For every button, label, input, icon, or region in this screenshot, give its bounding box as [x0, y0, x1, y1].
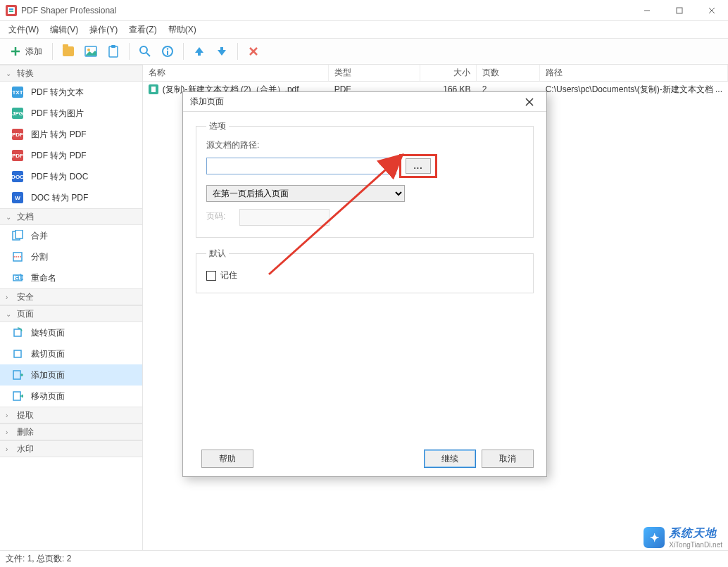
sidebar-item-split[interactable]: 分割: [0, 246, 142, 267]
merge-icon: [11, 229, 24, 242]
move-up-button[interactable]: [189, 42, 209, 61]
sidebar-group-watermark[interactable]: ›水印: [0, 440, 142, 457]
app-title: PDF Shaper Professional: [21, 6, 116, 15]
source-path-input[interactable]: [206, 158, 396, 174]
move-page-icon: [11, 390, 24, 402]
sidebar-group-security[interactable]: ›安全: [0, 288, 142, 305]
sidebar-group-label: 水印: [17, 443, 34, 455]
add-folder-button[interactable]: [58, 42, 78, 61]
continue-button-label: 继续: [441, 453, 458, 465]
chevron-down-icon: ⌄: [6, 70, 14, 77]
dialog-close-button[interactable]: [515, 92, 544, 112]
annotation-highlight: ...: [399, 154, 437, 178]
column-type[interactable]: 类型: [329, 65, 420, 81]
column-pages[interactable]: 页数: [477, 65, 540, 81]
add-button[interactable]: 添加: [6, 42, 46, 61]
sidebar-item-label: PDF 转为文本: [31, 87, 84, 98]
delete-icon: [248, 46, 259, 57]
sidebar-item-move-pages[interactable]: 移动页面: [0, 386, 142, 407]
sidebar-item-label: 分割: [31, 251, 48, 263]
sidebar-item-label: PDF 转为 PDF: [31, 150, 87, 162]
maximize-button[interactable]: [663, 0, 696, 21]
insert-mode-select[interactable]: 在第一页后插入页面: [206, 185, 405, 202]
sidebar-group-pages[interactable]: ⌄页面: [0, 305, 142, 322]
move-down-button[interactable]: [212, 42, 232, 61]
add-pages-dialog: 添加页面 选项 源文档的路径: ... 在第一页后插入页面 页码:: [182, 91, 547, 477]
sidebar-group-convert[interactable]: ⌄转换: [0, 65, 142, 82]
svg-rect-29: [13, 371, 20, 379]
sidebar-item-pdf-to-pdf[interactable]: PDFPDF 转为 PDF: [0, 145, 142, 166]
crop-icon: [11, 348, 24, 360]
search-button[interactable]: [135, 42, 155, 61]
file-path: C:\Users\pc\Documents\(复制)-新建文本文档 ...: [540, 84, 728, 96]
pdf-icon: PDF: [11, 149, 24, 162]
status-bar: 文件: 1, 总页数: 2: [0, 550, 728, 567]
sidebar-item-pdf-to-doc[interactable]: DOCPDF 转为 DOC: [0, 166, 142, 187]
close-button[interactable]: [696, 0, 728, 21]
sidebar-item-pdf-to-text[interactable]: TXTPDF 转为文本: [0, 82, 142, 103]
plus-icon: [10, 46, 21, 57]
minimize-button[interactable]: [631, 0, 663, 21]
file-list-header: 名称 类型 大小 页数 路径: [143, 65, 728, 82]
column-name[interactable]: 名称: [143, 65, 329, 81]
page-number-input: [239, 209, 330, 226]
sidebar-item-crop-pages[interactable]: 裁切页面: [0, 343, 142, 364]
browse-button[interactable]: ...: [406, 158, 431, 174]
sidebar-item-rename[interactable]: ab重命名: [0, 267, 142, 288]
menu-view[interactable]: 查看(Z): [123, 22, 162, 38]
sidebar-group-delete[interactable]: ›删除: [0, 423, 142, 440]
word-icon: W: [11, 191, 24, 204]
help-button[interactable]: 帮助: [201, 450, 253, 468]
menu-file[interactable]: 文件(W): [3, 22, 44, 38]
column-path[interactable]: 路径: [540, 65, 728, 81]
remember-checkbox[interactable]: [206, 271, 216, 281]
split-icon: [11, 250, 24, 263]
svg-rect-27: [14, 329, 21, 336]
sidebar-item-pdf-to-image[interactable]: JPGPDF 转为图片: [0, 103, 142, 124]
arrow-up-icon: [194, 46, 205, 57]
sidebar-item-label: 合并: [31, 230, 48, 242]
sidebar-item-label: 图片 转为 PDF: [31, 129, 87, 141]
sidebar-item-label: 移动页面: [31, 390, 65, 402]
cancel-button-label: 取消: [499, 453, 516, 465]
pdf-file-icon: [149, 84, 158, 94]
menu-action[interactable]: 操作(Y): [84, 22, 123, 38]
paste-button[interactable]: [103, 42, 123, 61]
toolbar-separator: [52, 43, 53, 60]
svg-rect-2: [9, 8, 13, 10]
defaults-fieldset: 默认 记住: [196, 248, 534, 293]
arrow-down-icon: [216, 46, 227, 57]
svg-rect-22: [15, 230, 23, 238]
close-icon: [525, 98, 534, 106]
sidebar-group-label: 转换: [17, 68, 34, 79]
menu-help[interactable]: 帮助(X): [163, 22, 202, 38]
sidebar-group-document[interactable]: ⌄文档: [0, 208, 142, 225]
txt-icon: TXT: [11, 86, 24, 98]
cancel-button[interactable]: 取消: [482, 450, 534, 468]
sidebar-group-extract[interactable]: ›提取: [0, 407, 142, 423]
doc-icon: DOC: [11, 170, 24, 183]
app-icon: [6, 5, 17, 16]
sidebar-item-rotate-pages[interactable]: 旋转页面: [0, 322, 142, 343]
sidebar-item-add-pages[interactable]: 添加页面: [0, 364, 142, 386]
remove-button[interactable]: [244, 42, 263, 61]
sidebar-group-label: 安全: [17, 291, 34, 303]
column-size[interactable]: 大小: [420, 65, 477, 81]
clipboard-icon: [108, 45, 119, 58]
sidebar-item-merge[interactable]: 合并: [0, 225, 142, 246]
info-icon: [161, 45, 174, 58]
sidebar-item-doc-to-pdf[interactable]: WDOC 转为 PDF: [0, 187, 142, 208]
svg-text:ab: ab: [15, 272, 23, 282]
sidebar-item-image-to-pdf[interactable]: PDF图片 转为 PDF: [0, 124, 142, 145]
sidebar-item-label: 添加页面: [31, 369, 65, 381]
add-image-button[interactable]: [81, 42, 101, 61]
menu-edit[interactable]: 编辑(V): [44, 22, 84, 38]
sidebar-group-label: 删除: [17, 426, 34, 438]
toolbar-separator: [129, 43, 130, 60]
continue-button[interactable]: 继续: [424, 450, 476, 468]
info-button[interactable]: [158, 42, 177, 61]
chevron-right-icon: ›: [6, 428, 14, 436]
jpg-icon: JPG: [11, 107, 24, 120]
sidebar-item-label: 重命名: [31, 272, 56, 284]
svg-rect-13: [111, 45, 115, 48]
